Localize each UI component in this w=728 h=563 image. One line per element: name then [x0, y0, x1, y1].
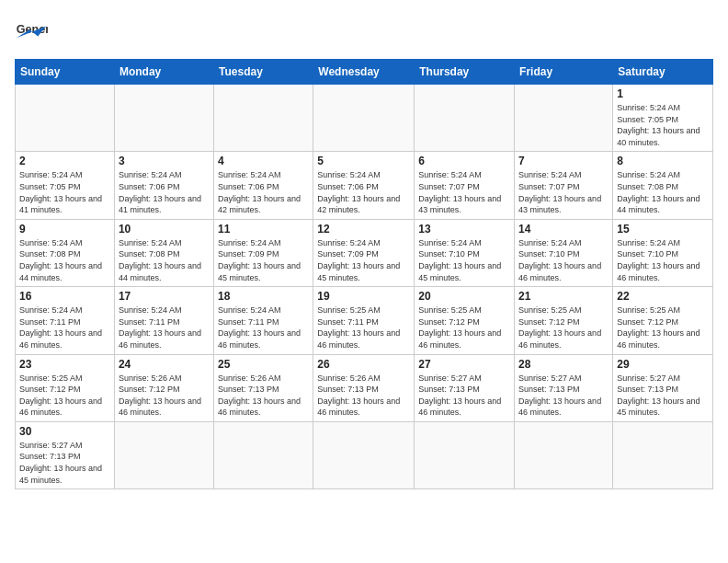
- day-number: 25: [218, 358, 309, 371]
- logo-icon: General: [15, 15, 48, 48]
- calendar-cell: 2Sunrise: 5:24 AMSunset: 7:05 PMDaylight…: [16, 152, 115, 219]
- day-number: 15: [617, 223, 709, 236]
- day-number: 10: [119, 223, 210, 236]
- calendar-cell: 14Sunrise: 5:24 AMSunset: 7:10 PMDayligh…: [515, 219, 613, 286]
- calendar-body: 1Sunrise: 5:24 AMSunset: 7:05 PMDaylight…: [16, 85, 713, 489]
- weekday-header-row: SundayMondayTuesdayWednesdayThursdayFrid…: [16, 60, 713, 85]
- day-number: 17: [119, 290, 210, 303]
- day-info: Sunrise: 5:24 AMSunset: 7:11 PMDaylight:…: [19, 304, 110, 350]
- day-number: 3: [119, 155, 210, 167]
- day-info: Sunrise: 5:26 AMSunset: 7:13 PMDaylight:…: [317, 373, 410, 419]
- weekday-header-sunday: Sunday: [16, 60, 115, 85]
- calendar-table: SundayMondayTuesdayWednesdayThursdayFrid…: [15, 59, 713, 489]
- day-info: Sunrise: 5:24 AMSunset: 7:07 PMDaylight:…: [518, 169, 609, 215]
- day-number: 11: [218, 223, 309, 236]
- week-row-3: 16Sunrise: 5:24 AMSunset: 7:11 PMDayligh…: [16, 287, 713, 354]
- day-number: 30: [19, 425, 110, 438]
- weekday-header-friday: Friday: [515, 60, 613, 85]
- weekday-header-tuesday: Tuesday: [214, 60, 313, 85]
- calendar-cell: 29Sunrise: 5:27 AMSunset: 7:13 PMDayligh…: [613, 354, 713, 421]
- calendar-cell: 4Sunrise: 5:24 AMSunset: 7:06 PMDaylight…: [214, 152, 313, 219]
- calendar-cell: 28Sunrise: 5:27 AMSunset: 7:13 PMDayligh…: [515, 354, 613, 421]
- day-info: Sunrise: 5:27 AMSunset: 7:13 PMDaylight:…: [518, 373, 609, 419]
- day-info: Sunrise: 5:26 AMSunset: 7:12 PMDaylight:…: [119, 373, 210, 419]
- day-info: Sunrise: 5:26 AMSunset: 7:13 PMDaylight:…: [218, 373, 309, 419]
- day-info: Sunrise: 5:24 AMSunset: 7:08 PMDaylight:…: [617, 169, 709, 215]
- day-info: Sunrise: 5:24 AMSunset: 7:09 PMDaylight:…: [218, 237, 309, 283]
- day-number: 7: [518, 155, 609, 167]
- calendar-cell: [214, 85, 313, 152]
- day-number: 9: [19, 223, 110, 236]
- day-info: Sunrise: 5:24 AMSunset: 7:08 PMDaylight:…: [119, 237, 210, 283]
- day-number: 23: [19, 358, 110, 371]
- week-row-2: 9Sunrise: 5:24 AMSunset: 7:08 PMDaylight…: [16, 219, 713, 286]
- day-info: Sunrise: 5:24 AMSunset: 7:08 PMDaylight:…: [19, 237, 110, 283]
- calendar-cell: 7Sunrise: 5:24 AMSunset: 7:07 PMDaylight…: [515, 152, 613, 219]
- day-number: 19: [317, 290, 410, 303]
- calendar-cell: [16, 85, 115, 152]
- day-info: Sunrise: 5:25 AMSunset: 7:12 PMDaylight:…: [418, 304, 510, 350]
- day-info: Sunrise: 5:24 AMSunset: 7:09 PMDaylight:…: [317, 237, 410, 283]
- day-info: Sunrise: 5:24 AMSunset: 7:11 PMDaylight:…: [218, 304, 309, 350]
- calendar-cell: 16Sunrise: 5:24 AMSunset: 7:11 PMDayligh…: [16, 287, 115, 354]
- day-number: 8: [617, 155, 709, 167]
- calendar-cell: 25Sunrise: 5:26 AMSunset: 7:13 PMDayligh…: [214, 354, 313, 421]
- day-info: Sunrise: 5:24 AMSunset: 7:05 PMDaylight:…: [617, 102, 709, 148]
- calendar-cell: 19Sunrise: 5:25 AMSunset: 7:11 PMDayligh…: [313, 287, 415, 354]
- day-number: 1: [617, 87, 709, 100]
- day-info: Sunrise: 5:24 AMSunset: 7:10 PMDaylight:…: [617, 237, 709, 283]
- logo: General: [15, 15, 51, 48]
- day-number: 5: [317, 155, 410, 167]
- day-number: 22: [617, 290, 709, 303]
- day-number: 29: [617, 358, 709, 371]
- weekday-header-thursday: Thursday: [415, 60, 515, 85]
- day-info: Sunrise: 5:24 AMSunset: 7:06 PMDaylight:…: [119, 169, 210, 215]
- weekday-header-saturday: Saturday: [613, 60, 713, 85]
- calendar-cell: [313, 85, 415, 152]
- calendar-cell: 26Sunrise: 5:26 AMSunset: 7:13 PMDayligh…: [313, 354, 415, 421]
- day-number: 20: [418, 290, 510, 303]
- calendar-cell: [114, 85, 213, 152]
- calendar-cell: 22Sunrise: 5:25 AMSunset: 7:12 PMDayligh…: [613, 287, 713, 354]
- weekday-header-wednesday: Wednesday: [313, 60, 415, 85]
- calendar-cell: [214, 421, 313, 488]
- week-row-5: 30Sunrise: 5:27 AMSunset: 7:13 PMDayligh…: [16, 421, 713, 488]
- week-row-1: 2Sunrise: 5:24 AMSunset: 7:05 PMDaylight…: [16, 152, 713, 219]
- day-number: 4: [218, 155, 309, 167]
- day-number: 26: [317, 358, 410, 371]
- day-info: Sunrise: 5:24 AMSunset: 7:06 PMDaylight:…: [317, 169, 410, 215]
- calendar-cell: [515, 85, 613, 152]
- day-number: 24: [119, 358, 210, 371]
- day-number: 12: [317, 223, 410, 236]
- day-info: Sunrise: 5:24 AMSunset: 7:10 PMDaylight:…: [518, 237, 609, 283]
- calendar-cell: [415, 85, 515, 152]
- day-number: 13: [418, 223, 510, 236]
- day-number: 14: [518, 223, 609, 236]
- calendar-cell: 20Sunrise: 5:25 AMSunset: 7:12 PMDayligh…: [415, 287, 515, 354]
- day-info: Sunrise: 5:27 AMSunset: 7:13 PMDaylight:…: [19, 440, 110, 486]
- calendar-cell: 27Sunrise: 5:27 AMSunset: 7:13 PMDayligh…: [415, 354, 515, 421]
- calendar-cell: 3Sunrise: 5:24 AMSunset: 7:06 PMDaylight…: [114, 152, 213, 219]
- day-info: Sunrise: 5:25 AMSunset: 7:12 PMDaylight:…: [518, 304, 609, 350]
- calendar-cell: 21Sunrise: 5:25 AMSunset: 7:12 PMDayligh…: [515, 287, 613, 354]
- day-info: Sunrise: 5:24 AMSunset: 7:07 PMDaylight:…: [418, 169, 510, 215]
- calendar-cell: 17Sunrise: 5:24 AMSunset: 7:11 PMDayligh…: [114, 287, 213, 354]
- day-info: Sunrise: 5:24 AMSunset: 7:06 PMDaylight:…: [218, 169, 309, 215]
- calendar-cell: 24Sunrise: 5:26 AMSunset: 7:12 PMDayligh…: [114, 354, 213, 421]
- calendar-cell: [114, 421, 213, 488]
- calendar-cell: [613, 421, 713, 488]
- calendar-cell: 18Sunrise: 5:24 AMSunset: 7:11 PMDayligh…: [214, 287, 313, 354]
- day-number: 21: [518, 290, 609, 303]
- page-header: General: [15, 15, 713, 48]
- calendar-cell: [415, 421, 515, 488]
- calendar-cell: [313, 421, 415, 488]
- day-info: Sunrise: 5:24 AMSunset: 7:11 PMDaylight:…: [119, 304, 210, 350]
- calendar-cell: 15Sunrise: 5:24 AMSunset: 7:10 PMDayligh…: [613, 219, 713, 286]
- day-info: Sunrise: 5:25 AMSunset: 7:12 PMDaylight:…: [617, 304, 709, 350]
- calendar-cell: 11Sunrise: 5:24 AMSunset: 7:09 PMDayligh…: [214, 219, 313, 286]
- calendar-cell: 30Sunrise: 5:27 AMSunset: 7:13 PMDayligh…: [16, 421, 115, 488]
- day-info: Sunrise: 5:25 AMSunset: 7:12 PMDaylight:…: [19, 373, 110, 419]
- day-number: 2: [19, 155, 110, 167]
- calendar-cell: 9Sunrise: 5:24 AMSunset: 7:08 PMDaylight…: [16, 219, 115, 286]
- day-info: Sunrise: 5:24 AMSunset: 7:10 PMDaylight:…: [418, 237, 510, 283]
